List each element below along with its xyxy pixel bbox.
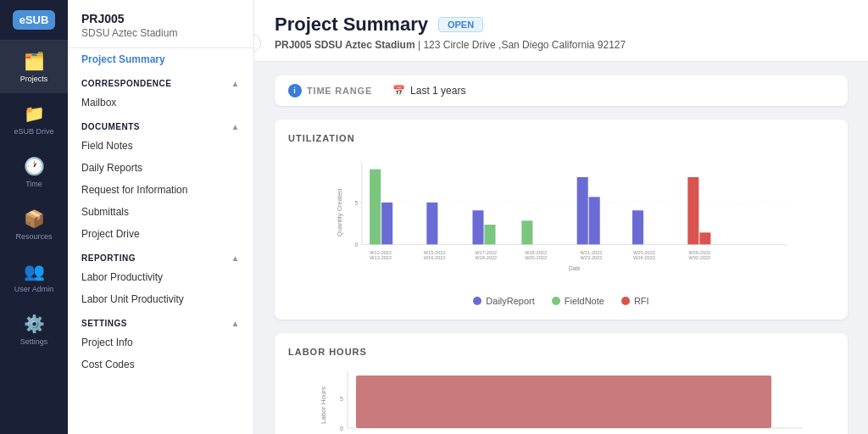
svg-text:W23-2022: W23-2022 [581, 255, 603, 260]
utilization-title: UTILIZATION [288, 133, 834, 143]
chart-legend: DailyReport FieldNote RFI [288, 296, 834, 306]
svg-text:W12-2022: W12-2022 [370, 250, 392, 255]
nav-item-esub-drive[interactable]: 📁 eSUB Drive [0, 93, 68, 146]
svg-text:Quantity Created: Quantity Created [336, 189, 343, 236]
project-name: SDSU Aztec Stadium [81, 27, 240, 39]
svg-text:W15-2022: W15-2022 [424, 250, 446, 255]
resources-icon: 📦 [24, 209, 45, 229]
sidebar-item-labor-unit-productivity[interactable]: Labor Unit Productivity [68, 288, 253, 310]
svg-text:W16-2022: W16-2022 [424, 255, 446, 260]
icon-sidebar: eSUB 🗂️ Projects 📁 eSUB Drive 🕐 Time 📦 R… [0, 0, 68, 434]
sidebar-item-field-notes[interactable]: Field Notes [68, 135, 253, 157]
nav-item-resources[interactable]: 📦 Resources [0, 198, 68, 251]
nav-label-user-admin: User Admin [14, 285, 54, 293]
time-range-label: i TIME RANGE [288, 84, 372, 97]
chevron-documents[interactable]: ▲ [231, 122, 240, 131]
svg-rect-9 [426, 203, 437, 244]
nav-item-user-admin[interactable]: 👥 User Admin [0, 251, 68, 303]
field-note-label: FieldNote [565, 296, 604, 306]
nav-label-resources: Resources [15, 232, 52, 241]
svg-text:W13-2022: W13-2022 [370, 255, 392, 260]
utilization-chart-area: Quantity Created 0 5 [288, 153, 834, 289]
labor-hours-title: LABOR HOURS [288, 347, 834, 357]
daily-report-dot [473, 297, 481, 305]
svg-text:5: 5 [340, 396, 343, 402]
svg-text:W17-2022: W17-2022 [475, 250, 497, 255]
svg-text:W29-2022: W29-2022 [688, 250, 710, 255]
chevron-settings[interactable]: ▲ [231, 319, 240, 328]
rfi-label: RFI [634, 296, 649, 306]
content-area: i TIME RANGE 📅 Last 1 years UTILIZATION … [254, 62, 868, 434]
page-title: Project Summary [275, 14, 428, 36]
sidebar-item-project-info[interactable]: Project Info [68, 331, 253, 353]
nav-label-time: Time [25, 180, 42, 188]
time-icon: 🕐 [24, 156, 45, 176]
section-label-reporting: REPORTING ▲ [68, 245, 253, 266]
legend-field-note: FieldNote [552, 296, 604, 306]
svg-rect-11 [484, 225, 495, 244]
section-label-settings: SETTINGS ▲ [68, 310, 253, 331]
svg-text:0: 0 [355, 242, 359, 248]
projects-icon: 🗂️ [24, 51, 45, 71]
daily-report-label: DailyReport [486, 296, 534, 306]
logo-text: eSUB [19, 14, 49, 26]
section-label-documents: DOCUMENTS ▲ [68, 114, 253, 135]
sidebar-item-rfi[interactable]: Request for Information [68, 179, 253, 201]
project-sidebar: PRJ005 SDSU Aztec Stadium Project Summar… [68, 0, 254, 434]
sidebar-item-project-summary[interactable]: Project Summary [68, 48, 253, 70]
svg-text:W20-2022: W20-2022 [525, 255, 547, 260]
sidebar-item-cost-codes[interactable]: Cost Codes [68, 353, 253, 376]
nav-item-time[interactable]: 🕐 Time [0, 146, 68, 198]
section-label-correspondence: CORRESPONDENCE ▲ [68, 70, 253, 92]
field-note-dot [552, 297, 560, 305]
sidebar-item-project-drive[interactable]: Project Drive [68, 223, 253, 245]
utilization-chart-svg: Quantity Created 0 5 [288, 153, 834, 272]
project-header: PRJ005 SDSU Aztec Stadium [68, 0, 253, 48]
legend-daily-report: DailyReport [473, 296, 534, 306]
svg-text:0: 0 [340, 426, 343, 431]
nav-label-settings: Settings [20, 337, 48, 346]
legend-rfi: RFI [621, 296, 649, 306]
calendar-icon: 📅 [392, 85, 405, 97]
labor-chart-svg: Labor Hours 0 5 27 June 2022 [288, 367, 834, 434]
svg-text:W25-2022: W25-2022 [633, 250, 655, 255]
chevron-correspondence[interactable]: ▲ [231, 79, 240, 88]
svg-rect-13 [577, 177, 588, 244]
sidebar-item-mailbox[interactable]: Mailbox [68, 92, 253, 114]
logo-area: eSUB [0, 0, 68, 41]
svg-rect-7 [370, 170, 381, 245]
nav-item-projects[interactable]: 🗂️ Projects [0, 41, 68, 93]
esub-drive-icon: 📁 [24, 103, 45, 124]
svg-text:W18-2022: W18-2022 [475, 255, 497, 260]
sidebar-item-submittals[interactable]: Submittals [68, 201, 253, 223]
svg-rect-8 [381, 203, 392, 244]
svg-text:W18-2022: W18-2022 [525, 250, 547, 255]
utilization-chart-card: UTILIZATION Quantity Created 0 5 [275, 120, 848, 320]
project-id: PRJ005 [81, 12, 240, 25]
sidebar-item-daily-reports[interactable]: Daily Reports [68, 157, 253, 179]
page-title-row: Project Summary OPEN [275, 14, 848, 36]
nav-label-esub-drive: eSUB Drive [14, 127, 53, 136]
main-content: ‹ Project Summary OPEN PRJ005 SDSU Aztec… [254, 0, 868, 434]
nav-item-settings[interactable]: ⚙️ Settings [0, 303, 68, 356]
labor-chart-area: Labor Hours 0 5 27 June 2022 [288, 367, 834, 434]
user-admin-icon: 👥 [24, 261, 45, 281]
svg-text:W32-2022: W32-2022 [688, 255, 710, 260]
svg-text:Labor Hours: Labor Hours [320, 387, 327, 424]
nav-label-projects: Projects [20, 75, 48, 83]
svg-rect-14 [589, 197, 600, 244]
info-icon: i [288, 84, 302, 97]
svg-rect-16 [687, 177, 698, 244]
svg-rect-12 [521, 220, 532, 244]
rfi-dot [621, 297, 630, 305]
svg-rect-39 [356, 376, 771, 428]
page-subtitle: PRJ005 SDSU Aztec Stadium | 123 Circle D… [275, 39, 848, 51]
time-range-card: i TIME RANGE 📅 Last 1 years [275, 75, 848, 106]
project-ref: PRJ005 SDSU Aztec Stadium [275, 39, 415, 51]
time-range-value[interactable]: 📅 Last 1 years [392, 85, 465, 97]
page-header: Project Summary OPEN PRJ005 SDSU Aztec S… [254, 0, 868, 62]
sidebar-item-labor-productivity[interactable]: Labor Productivity [68, 266, 253, 288]
svg-rect-17 [699, 232, 710, 244]
chevron-reporting[interactable]: ▲ [231, 253, 240, 263]
svg-text:W26-2022: W26-2022 [633, 255, 655, 260]
